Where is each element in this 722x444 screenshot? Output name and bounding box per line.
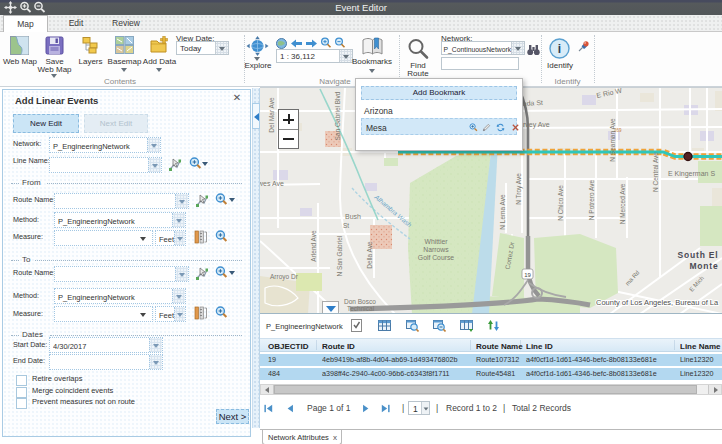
network-attributes-tab[interactable]: Network Attributes x <box>262 430 342 444</box>
pan-to-selection-icon[interactable] <box>433 319 446 332</box>
bookmark-delete-icon[interactable] <box>511 123 520 132</box>
zoom-line-icon[interactable] <box>189 157 202 171</box>
to-method-combo[interactable]: P_EngineeringNetwork <box>54 288 186 304</box>
network-combo[interactable]: P_ContinuousNetwork <box>441 41 525 55</box>
explore-icon[interactable] <box>246 36 269 56</box>
scale-combo[interactable]: 1 : 36,112 <box>276 49 353 63</box>
table-collapse-tab[interactable] <box>322 301 339 313</box>
explore-button[interactable]: Explore <box>236 62 280 70</box>
panel-close-icon[interactable]: ✕ <box>232 93 242 103</box>
web-map-icon[interactable] <box>10 36 29 55</box>
to-select-route-icon[interactable] <box>196 267 208 280</box>
ribbon-zoom-in-icon[interactable] <box>320 37 332 49</box>
line-name-combo[interactable] <box>49 157 162 173</box>
checkbox-retire-overlaps[interactable] <box>16 375 27 386</box>
bookmark-item-arizona[interactable]: Arizona <box>364 106 393 116</box>
from-measure-caret[interactable] <box>140 237 146 241</box>
scrollbar-thumb[interactable] <box>274 385 697 394</box>
to-measure-caret[interactable] <box>140 313 146 317</box>
from-route-name-combo[interactable] <box>54 193 189 209</box>
to-units-combo[interactable]: Feet <box>155 306 186 322</box>
grid-source-tab[interactable]: P_EngineeringNetwork <box>266 322 343 331</box>
to-measure-tool-icon[interactable] <box>194 306 207 320</box>
page-number-combo[interactable]: 1 <box>408 401 430 415</box>
to-zoom-route-caret[interactable] <box>229 271 235 275</box>
zoom-to-selection-icon[interactable] <box>406 319 419 332</box>
map-zoom-out-button[interactable] <box>279 130 298 148</box>
identify-button[interactable]: Identify <box>539 62 581 70</box>
panel-network-combo[interactable]: P_EngineeringNetwork <box>49 137 161 153</box>
panel-network-dropdown[interactable] <box>147 138 160 152</box>
view-date-dropdown-button[interactable] <box>215 42 228 54</box>
page-number-dropdown[interactable] <box>421 402 429 414</box>
grid-row-484[interactable]: 484a398ff4c-2940-4c00-96b6-c6343f8f1711R… <box>260 368 722 380</box>
new-edit-button[interactable]: New Edit <box>13 114 79 133</box>
from-zoom-route-caret[interactable] <box>229 198 235 202</box>
to-zoom-measure-icon[interactable] <box>215 306 228 320</box>
tab-review[interactable]: Review <box>102 15 150 32</box>
start-date-dropdown[interactable] <box>149 338 162 352</box>
grid-table-icon[interactable] <box>378 319 391 332</box>
bookmark-refresh-icon[interactable] <box>496 123 505 132</box>
next-page-icon[interactable] <box>361 404 370 413</box>
from-zoom-measure-icon[interactable] <box>215 230 228 244</box>
grid-column-header[interactable]: Route Name <box>476 342 524 351</box>
from-units-dropdown[interactable] <box>174 231 185 245</box>
previous-extent-icon[interactable] <box>290 38 303 49</box>
grid-row-19[interactable]: 194eb9419b-af8b-4d04-ab69-1d493476802bRo… <box>260 354 722 366</box>
checkbox-merge-coincident-events[interactable] <box>16 387 27 398</box>
bookmark-zoom-icon[interactable] <box>469 123 478 132</box>
add-data-icon[interactable] <box>150 36 169 54</box>
binoculars-icon[interactable] <box>527 44 540 56</box>
line-name-dropdown[interactable] <box>148 158 161 172</box>
grid-column-header[interactable]: Line ID <box>526 342 678 351</box>
collapse-panel-arrow[interactable] <box>252 103 260 129</box>
bookmarks-button[interactable]: Bookmarks <box>346 58 398 66</box>
to-measure-combo[interactable] <box>54 306 153 322</box>
end-date-combo[interactable] <box>49 354 163 370</box>
bookmarks-icon[interactable] <box>362 37 383 56</box>
find-route-button[interactable]: Find Route <box>398 62 438 77</box>
to-route-name-combo[interactable] <box>54 266 189 282</box>
grid-horizontal-scrollbar[interactable] <box>260 384 722 395</box>
bookmark-item-mesa[interactable]: Mesa <box>361 118 517 135</box>
scroll-right-button[interactable] <box>708 385 721 394</box>
tab-map[interactable]: Map <box>3 15 48 32</box>
from-method-dropdown[interactable] <box>172 213 185 227</box>
to-method-dropdown[interactable] <box>172 289 185 303</box>
full-extent-icon[interactable] <box>276 38 287 49</box>
basemap-icon[interactable] <box>115 36 134 54</box>
checkbox-prevent-measures-not-on-route[interactable] <box>16 398 27 409</box>
to-route-name-dropdown[interactable] <box>175 267 188 281</box>
map-zoom-in-button[interactable] <box>279 110 298 130</box>
switch-selection-icon[interactable] <box>460 319 473 332</box>
last-page-icon[interactable] <box>381 404 390 413</box>
start-date-combo[interactable]: 4/30/2017 <box>49 337 163 353</box>
grid-column-header[interactable]: Route ID <box>322 342 474 351</box>
ribbon-zoom-out-icon[interactable] <box>334 37 346 49</box>
route-search-input[interactable] <box>441 57 519 70</box>
next-button[interactable]: Next > <box>216 409 249 424</box>
prev-page-icon[interactable] <box>286 404 295 413</box>
zoom-line-caret[interactable] <box>202 162 208 166</box>
add-bookmark-button[interactable]: Add Bookmark <box>361 86 517 100</box>
close-tab-icon[interactable]: x <box>333 433 337 442</box>
panel-splitter[interactable] <box>252 88 260 428</box>
from-zoom-route-icon[interactable] <box>215 193 228 207</box>
identify-icon[interactable]: i <box>549 38 570 59</box>
layers-icon[interactable] <box>81 37 99 54</box>
bookmark-edit-icon[interactable] <box>482 123 491 132</box>
end-date-dropdown[interactable] <box>149 355 162 369</box>
grid-column-header[interactable]: Line Name <box>680 342 722 351</box>
view-date-combo[interactable]: Today <box>176 41 229 55</box>
next-edit-button[interactable]: Next Edit <box>84 114 148 133</box>
from-select-route-icon[interactable] <box>196 194 208 207</box>
to-zoom-route-icon[interactable] <box>215 266 228 280</box>
tab-edit[interactable]: Edit <box>55 15 97 32</box>
from-measure-tool-icon[interactable] <box>194 230 207 244</box>
grid-options-icon[interactable] <box>350 319 363 332</box>
from-measure-combo[interactable] <box>54 230 153 246</box>
from-method-combo[interactable]: P_EngineeringNetwork <box>54 212 186 228</box>
network-dropdown-button[interactable] <box>511 42 524 54</box>
select-line-icon[interactable] <box>169 158 181 171</box>
